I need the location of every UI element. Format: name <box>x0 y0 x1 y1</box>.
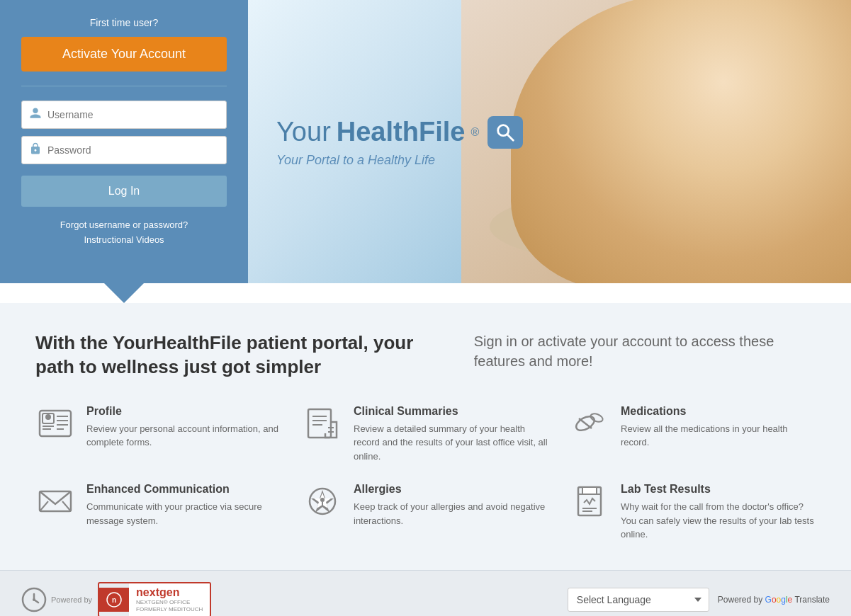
svg-point-18 <box>693 59 700 68</box>
svg-rect-11 <box>619 194 648 222</box>
features-headline: With the YourHealthFile patient portal, … <box>35 331 446 380</box>
footer: Powered by n nextgen NEXTGEN® OFFICE FOR… <box>0 570 851 616</box>
nextgen-sub2: FORMERLY MEDITOUCH <box>136 606 203 613</box>
lab-icon <box>570 483 609 520</box>
password-input[interactable] <box>47 137 219 164</box>
svg-point-17 <box>676 59 683 68</box>
svg-line-37 <box>579 418 592 428</box>
instructional-videos-link[interactable]: Instructional Videos <box>84 233 164 248</box>
svg-rect-30 <box>308 409 331 438</box>
translate-area: Select Language Powered by Google Transl… <box>568 588 830 612</box>
activate-button[interactable]: Activate Your Account <box>21 37 227 72</box>
svg-point-4 <box>635 0 741 74</box>
svg-point-54 <box>33 598 35 601</box>
feature-clinical: Clinical Summaries Review a detailed sum… <box>303 405 548 464</box>
username-group <box>21 101 227 129</box>
user-icon <box>29 107 42 123</box>
svg-rect-13 <box>687 194 705 222</box>
svg-rect-5 <box>638 35 660 106</box>
feature-lab-desc: Why wait for the call from the doctor's … <box>621 500 816 542</box>
feature-allergies-desc: Keep track of your allergies and avoid n… <box>354 500 548 527</box>
svg-rect-9 <box>580 190 711 282</box>
translate-word: Translate <box>794 595 830 605</box>
svg-rect-10 <box>585 194 614 222</box>
svg-point-1 <box>490 184 851 269</box>
powered-by-icon <box>21 587 47 612</box>
feature-lab: Lab Test Results Why wait for the call f… <box>570 483 816 542</box>
feature-communication: Enhanced Communication Communicate with … <box>35 483 281 542</box>
feature-communication-content: Enhanced Communication Communicate with … <box>86 483 281 527</box>
svg-point-3 <box>638 0 738 117</box>
brand-registered: ® <box>470 126 479 139</box>
feature-communication-title: Enhanced Communication <box>86 483 281 496</box>
features-subtext: Sign in or activate your account to acce… <box>474 331 816 380</box>
powered-translate: Powered by Google Translate <box>718 595 830 605</box>
communication-icon <box>35 483 75 520</box>
feature-allergies-title: Allergies <box>354 483 548 496</box>
brand-bold: HealthFile <box>337 117 466 147</box>
features-grid: Profile Review your personal account inf… <box>35 405 816 542</box>
allergies-icon <box>303 483 342 520</box>
feature-clinical-content: Clinical Summaries Review a detailed sum… <box>354 405 548 464</box>
feature-clinical-title: Clinical Summaries <box>354 405 548 418</box>
divider <box>21 86 227 86</box>
svg-line-40 <box>40 501 48 511</box>
svg-text:n: n <box>112 596 116 604</box>
svg-rect-16 <box>653 227 705 253</box>
svg-rect-14 <box>585 227 614 253</box>
feature-medications-title: Medications <box>621 405 816 418</box>
feature-allergies: Allergies Keep track of your allergies a… <box>303 483 548 542</box>
feature-lab-title: Lab Test Results <box>621 483 816 496</box>
svg-rect-6 <box>631 35 646 92</box>
brand-tagline: Your Portal to a Healthy Life <box>276 153 823 168</box>
medications-icon <box>570 405 609 442</box>
svg-point-23 <box>45 414 51 420</box>
nextgen-logo: n nextgen NEXTGEN® OFFICE FORMERLY MEDIT… <box>98 582 211 616</box>
svg-rect-48 <box>582 487 597 494</box>
login-button[interactable]: Log In <box>21 176 227 207</box>
svg-rect-8 <box>575 184 716 283</box>
feature-medications-content: Medications Review all the medications i… <box>621 405 816 450</box>
svg-point-38 <box>590 412 604 423</box>
profile-icon <box>35 405 75 442</box>
svg-line-20 <box>507 134 513 139</box>
username-input[interactable] <box>47 101 219 128</box>
language-select[interactable]: Select Language <box>568 588 709 612</box>
footer-logo-area: Powered by n nextgen NEXTGEN® OFFICE FOR… <box>21 582 211 616</box>
svg-point-45 <box>320 498 325 502</box>
lock-icon <box>29 142 42 159</box>
feature-lab-content: Lab Test Results Why wait for the call f… <box>621 483 816 542</box>
brand-logo: YourHealthFile® Your Portal to a Healthy… <box>276 116 823 168</box>
footer-top: Powered by n nextgen NEXTGEN® OFFICE FOR… <box>21 582 830 616</box>
feature-communication-desc: Communicate with your practice via secur… <box>86 500 281 527</box>
feature-clinical-desc: Review a detailed summary of your health… <box>354 422 548 464</box>
first-time-label: First time user? <box>90 17 158 28</box>
nextgen-icon-area: n <box>99 588 129 612</box>
powered-by-text: Powered by <box>51 595 92 604</box>
nextgen-icon: n <box>106 592 122 608</box>
feature-allergies-content: Allergies Keep track of your allergies a… <box>354 483 548 527</box>
brand-light: Your <box>276 117 331 147</box>
feature-profile-title: Profile <box>86 405 281 418</box>
forgot-link[interactable]: Forgot username or password? <box>60 218 188 233</box>
nextgen-sub1: NEXTGEN® OFFICE <box>136 599 203 606</box>
svg-rect-12 <box>653 194 682 222</box>
hero-area: YourHealthFile® Your Portal to a Healthy… <box>248 0 851 283</box>
features-header: With the YourHealthFile patient portal, … <box>35 331 816 380</box>
login-panel: First time user? Activate Your Account L… <box>0 0 248 283</box>
svg-line-41 <box>62 501 71 511</box>
search-icon <box>488 116 523 149</box>
nextgen-text-area: nextgen NEXTGEN® OFFICE FORMERLY MEDITOU… <box>129 583 210 616</box>
feature-medications: Medications Review all the medications i… <box>570 405 816 464</box>
feature-profile: Profile Review your personal account inf… <box>35 405 281 464</box>
brand-name: YourHealthFile® <box>276 116 823 149</box>
password-group <box>21 136 227 164</box>
clinical-icon <box>303 405 342 442</box>
feature-profile-desc: Review your personal account information… <box>86 422 281 450</box>
svg-rect-15 <box>619 227 648 253</box>
features-section: With the YourHealthFile patient portal, … <box>0 303 851 570</box>
feature-medications-desc: Review all the medications in your healt… <box>621 422 816 450</box>
nextgen-name: nextgen <box>136 586 203 599</box>
feature-profile-content: Profile Review your personal account inf… <box>86 405 281 450</box>
